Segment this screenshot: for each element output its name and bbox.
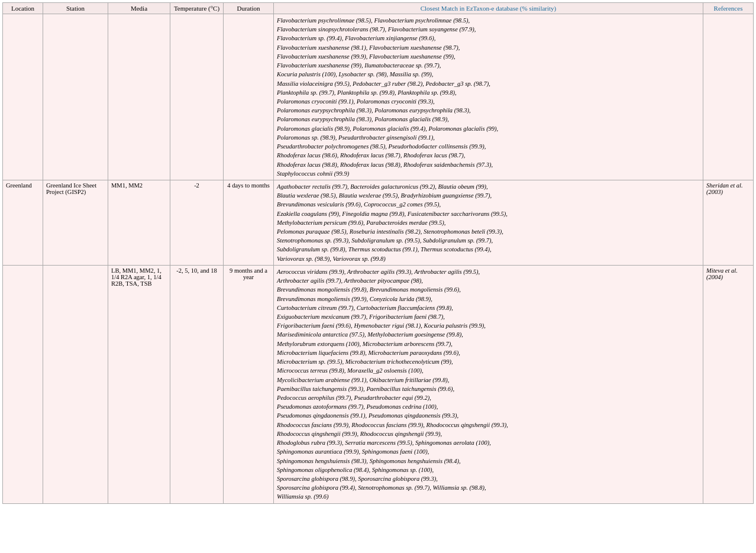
cell-duration: 4 days to months (224, 180, 274, 265)
cell-location (3, 265, 43, 503)
cell-references: Miteva et al.(2004) (703, 265, 754, 503)
cell-references (703, 14, 754, 180)
cell-location: Greenland (3, 180, 43, 265)
header-references: References (703, 3, 754, 14)
cell-station: Greenland Ice Sheet Project (GISP2) (43, 180, 108, 265)
cell-duration: 9 months and a year (224, 265, 274, 503)
header-temperature: Temperature (°C) (170, 3, 224, 14)
cell-media (108, 14, 170, 180)
cell-temperature: -2 (170, 180, 224, 265)
cell-duration (224, 14, 274, 180)
cell-match: Flavobacterium psychrolimnae (98.5), Fla… (274, 14, 703, 180)
header-station: Station (43, 3, 108, 14)
match-text-1: Flavobacterium psychrolimnae (98.5), Fla… (277, 17, 498, 177)
table-row: Greenland Greenland Ice Sheet Project (G… (3, 180, 754, 265)
cell-station (43, 265, 108, 503)
cell-station (43, 14, 108, 180)
header-location: Location (3, 3, 43, 14)
cell-location (3, 14, 43, 180)
cell-temperature (170, 14, 224, 180)
data-table: Location Station Media Temperature (°C) … (2, 2, 754, 504)
cell-references: Sheridan et al.(2003) (703, 180, 754, 265)
cell-media: LB, MM1, MM2, 1, 1/4 R2A agar, 1, 1/4 R2… (108, 265, 170, 503)
cell-temperature: -2, 5, 10, and 18 (170, 265, 224, 503)
header-media: Media (108, 3, 170, 14)
cell-match: Aerococcus viridans (99.9), Arthrobacter… (274, 265, 703, 503)
cell-match: Agathobacter rectalis (99.7), Bacteroide… (274, 180, 703, 265)
table-container: Location Station Media Temperature (°C) … (0, 0, 756, 506)
table-row: LB, MM1, MM2, 1, 1/4 R2A agar, 1, 1/4 R2… (3, 265, 754, 503)
cell-media: MM1, MM2 (108, 180, 170, 265)
table-row: Flavobacterium psychrolimnae (98.5), Fla… (3, 14, 754, 180)
header-closest-match: Closest Match in EzTaxon-e database (% s… (274, 3, 703, 14)
header-duration: Duration (224, 3, 274, 14)
